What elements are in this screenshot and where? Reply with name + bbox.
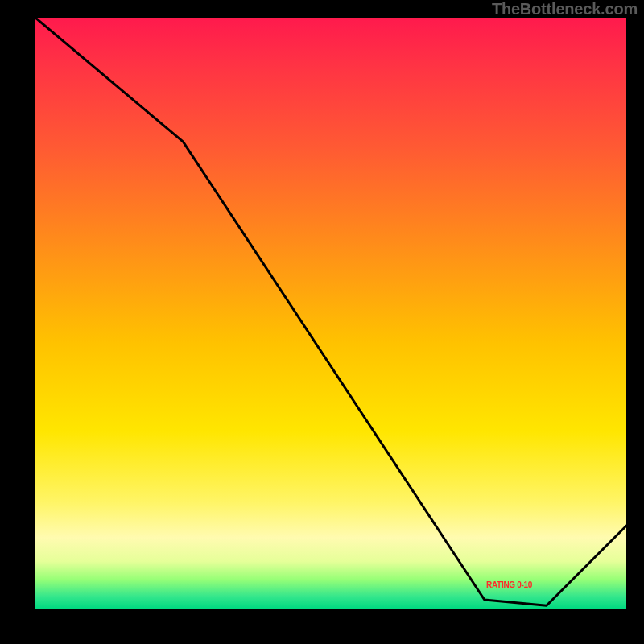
plot-area: RATING 0-10 — [35, 18, 626, 609]
bottom-annotation: RATING 0-10 — [486, 580, 532, 589]
curve-svg — [35, 18, 626, 609]
chart-frame: RATING 0-10 — [18, 18, 626, 626]
curve-line — [35, 18, 626, 605]
watermark-text: TheBottleneck.com — [492, 0, 638, 19]
